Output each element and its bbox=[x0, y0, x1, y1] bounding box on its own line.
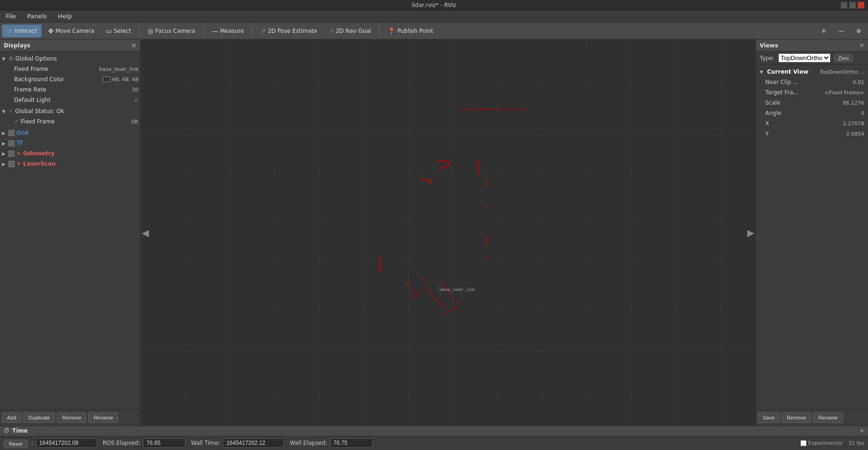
duplicate-button[interactable]: Duplicate bbox=[23, 412, 55, 423]
time-title: Time bbox=[12, 427, 28, 434]
arrow-right[interactable]: ▶ bbox=[747, 227, 754, 238]
fixed-frame-value[interactable]: base_laser_link bbox=[99, 66, 139, 72]
views-y: Y 2.0854 bbox=[756, 129, 868, 139]
time-header: ⏱ Time ✕ bbox=[0, 426, 868, 436]
default-light-label: Default Light bbox=[14, 97, 132, 103]
target-frame-value[interactable]: <Fixed Frame> bbox=[824, 90, 864, 96]
tree-fixed-frame: Fixed Frame base_laser_link bbox=[0, 64, 140, 74]
time-row: ROS Time: ROS Elapsed: Wall Time: Wall E… bbox=[0, 436, 868, 450]
expand-global-status[interactable]: ▼ bbox=[2, 109, 7, 114]
views-save-button[interactable]: Save bbox=[758, 412, 780, 423]
views-type-select[interactable]: TopDownOrtho bbox=[778, 53, 830, 62]
expand-global-options[interactable]: ▼ bbox=[2, 56, 7, 61]
toolbar-sep-4 bbox=[379, 25, 380, 37]
reset-button[interactable]: Reset bbox=[4, 440, 28, 448]
near-clip-value[interactable]: 0.01 bbox=[853, 79, 865, 85]
laserscan-label: ✦ LaserScan bbox=[16, 160, 138, 167]
views-footer: Save Remove Rename bbox=[756, 409, 868, 426]
measure-icon: — bbox=[212, 27, 218, 35]
svg-point-26 bbox=[442, 304, 443, 305]
remove-button[interactable]: Remove bbox=[57, 412, 86, 423]
svg-point-8 bbox=[412, 294, 414, 295]
y-value[interactable]: 2.0854 bbox=[846, 131, 865, 137]
svg-point-18 bbox=[426, 288, 428, 289]
toolbar-interact[interactable]: ☞ Interact bbox=[2, 24, 42, 38]
menu-help[interactable]: Help bbox=[54, 12, 76, 21]
menu-panels[interactable]: Panels bbox=[23, 12, 51, 21]
default-light-value[interactable]: ✓ bbox=[134, 97, 138, 103]
wall-time-field: Wall Time: bbox=[191, 438, 284, 448]
svg-point-23 bbox=[435, 299, 437, 300]
tree-global-status: ▼ ✓ Global Status: Ok bbox=[0, 106, 140, 116]
interact-label: Interact bbox=[15, 28, 37, 34]
experimental-checkbox[interactable] bbox=[800, 440, 807, 446]
add-button[interactable]: Add bbox=[2, 412, 22, 423]
background-color-value[interactable]: 48; 48; 48 bbox=[112, 76, 138, 83]
toolbar-select[interactable]: ▭ Select bbox=[100, 24, 136, 38]
toolbar-plus[interactable]: ⊕ bbox=[851, 24, 866, 38]
svg-point-14 bbox=[422, 277, 423, 279]
2d-pose-icon: ↗ bbox=[260, 27, 266, 35]
experimental-text: Experimental bbox=[808, 440, 843, 446]
wall-elapsed-input[interactable] bbox=[330, 438, 373, 448]
views-rename-button[interactable]: Rename bbox=[813, 412, 843, 423]
wall-time-input[interactable] bbox=[223, 438, 284, 448]
toolbar-focus-camera[interactable]: ◎ Focus Camera bbox=[142, 24, 200, 38]
expand-laserscan[interactable]: ▶ bbox=[2, 161, 7, 167]
toolbar-2d-pose[interactable]: ↗ 2D Pose Estimate bbox=[255, 24, 322, 38]
status-ff-check: ✓ bbox=[14, 118, 19, 125]
views-close[interactable]: ✕ bbox=[860, 42, 864, 49]
move-camera-label: Move Camera bbox=[55, 28, 94, 34]
time-close[interactable]: ✕ bbox=[860, 427, 864, 434]
x-value[interactable]: 2.27078 bbox=[843, 121, 865, 127]
expand-current-view[interactable]: ▼ bbox=[760, 69, 763, 75]
scale-label: Scale bbox=[765, 99, 841, 106]
tree-status-fixed-frame: ✓ Fixed Frame OK bbox=[0, 116, 140, 127]
svg-point-37 bbox=[457, 303, 458, 304]
toolbar-crosshair[interactable]: ✛ bbox=[816, 24, 831, 38]
frame-rate-value[interactable]: 30 bbox=[132, 87, 138, 93]
svg-point-34 bbox=[452, 296, 453, 297]
svg-point-24 bbox=[438, 301, 439, 302]
scale-value[interactable]: 86.1276 bbox=[843, 100, 865, 106]
minimize-button[interactable] bbox=[841, 2, 847, 8]
publish-point-icon: 📍 bbox=[388, 27, 396, 35]
maximize-button[interactable] bbox=[849, 2, 856, 8]
fixed-frame-label: Fixed Frame bbox=[14, 66, 98, 72]
ros-elapsed-input[interactable] bbox=[143, 438, 185, 448]
views-title: Views bbox=[760, 42, 778, 49]
svg-point-39 bbox=[454, 307, 455, 309]
experimental-label[interactable]: Experimental bbox=[800, 440, 843, 446]
svg-point-15 bbox=[424, 279, 425, 281]
status-check-icon: ✓ bbox=[8, 108, 13, 114]
toolbar-minus[interactable]: — bbox=[833, 24, 849, 38]
views-target-frame: Target Fra... <Fixed Frame> bbox=[756, 87, 868, 98]
angle-value[interactable]: 0 bbox=[861, 110, 864, 116]
displays-close[interactable]: ✕ bbox=[131, 42, 137, 49]
svg-point-41 bbox=[449, 310, 450, 312]
grid-checkbox[interactable]: ✓ bbox=[8, 130, 15, 136]
expand-odometry[interactable]: ▶ bbox=[2, 151, 7, 156]
toolbar-2d-nav[interactable]: ↗ 2D Nav Goal bbox=[323, 24, 376, 38]
toolbar-publish-point[interactable]: 📍 Publish Point bbox=[382, 24, 438, 38]
rename-button[interactable]: Rename bbox=[88, 412, 118, 423]
3d-viewport[interactable]: base_laser_link ◀ ▶ bbox=[141, 39, 755, 426]
x-label: X bbox=[765, 120, 841, 127]
y-label: Y bbox=[765, 130, 845, 137]
ros-time-input[interactable] bbox=[36, 438, 97, 448]
expand-grid[interactable]: ▶ bbox=[2, 130, 7, 136]
views-remove-button[interactable]: Remove bbox=[782, 412, 811, 423]
svg-text:base_laser_link: base_laser_link bbox=[441, 288, 475, 292]
close-button[interactable] bbox=[858, 2, 864, 8]
tf-checkbox[interactable]: ✓ bbox=[8, 140, 15, 146]
background-color-swatch[interactable] bbox=[103, 76, 110, 82]
menu-file[interactable]: File bbox=[2, 12, 20, 21]
zero-button[interactable]: Zero bbox=[834, 54, 853, 62]
svg-rect-1 bbox=[141, 39, 755, 426]
odometry-checkbox[interactable]: ✓ bbox=[8, 151, 15, 157]
arrow-left[interactable]: ◀ bbox=[142, 227, 149, 238]
laserscan-checkbox[interactable]: ✓ bbox=[8, 161, 15, 167]
expand-tf[interactable]: ▶ bbox=[2, 141, 7, 146]
toolbar-measure[interactable]: — Measure bbox=[206, 24, 249, 38]
toolbar-move-camera[interactable]: ✥ Move Camera bbox=[43, 24, 99, 38]
